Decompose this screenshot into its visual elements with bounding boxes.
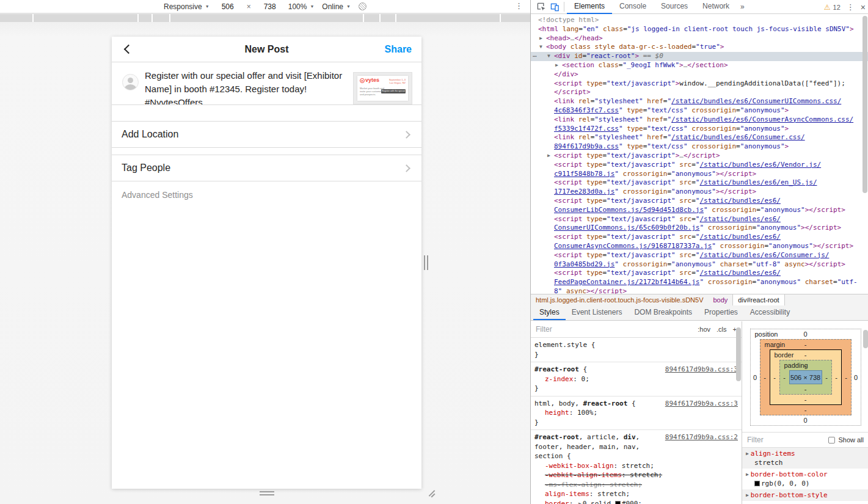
breadcrumb-item[interactable]: div#react-root xyxy=(732,294,784,305)
dom-tree-line[interactable]: 1717ee283d0a.js" crossorigin="anonymous"… xyxy=(531,188,868,197)
dom-tree-line[interactable]: <link rel="stylesheet" href="/static/bun… xyxy=(531,115,868,125)
app-header: New Post Share xyxy=(112,37,421,62)
throttling-dropdown[interactable]: Online ▼ xyxy=(322,2,351,11)
box-model-padding[interactable]: padding--506 × 738-- xyxy=(779,360,832,395)
styles-filter-input[interactable]: Filter xyxy=(536,325,698,334)
device-toolbar-more-icon[interactable]: ⋮ xyxy=(515,1,523,10)
media-query-separator xyxy=(379,14,381,22)
stylesheet-link[interactable]: 894f617d9b9a.css:3 xyxy=(665,399,738,409)
dom-tree-line[interactable]: <link rel="stylesheet" href="/static/bun… xyxy=(531,97,868,106)
tab-styles[interactable]: Styles xyxy=(533,305,566,320)
computed-property-row[interactable]: ▶align-itemsstretch xyxy=(742,448,868,469)
show-all-checkbox[interactable] xyxy=(828,437,835,444)
css-property[interactable]: -ms-flex-align: stretch; xyxy=(534,480,738,490)
elements-scrollbar[interactable] xyxy=(863,16,867,193)
media-query-bar[interactable] xyxy=(0,14,530,22)
dom-tree-line[interactable]: ConsumerAsyncCommons.js/91687187337a.js"… xyxy=(531,242,868,251)
computed-scrollbar[interactable] xyxy=(863,330,868,348)
list-item-add-location[interactable]: Add Location xyxy=(112,121,421,148)
dom-tree-line[interactable]: 0f3a0485bd29.js" crossorigin="anonymous"… xyxy=(531,260,868,269)
back-icon[interactable] xyxy=(124,45,134,54)
computed-property-row[interactable]: ▶border-bottom-colorrgb(0, 0, 0) xyxy=(742,469,868,489)
stylesheet-link[interactable]: 894f617d9b9a.css:2 xyxy=(665,433,738,442)
dom-tree-line[interactable]: <script type="text/javascript" src="/sta… xyxy=(531,251,868,260)
dom-tree-line[interactable]: <html lang="en" class="js logged-in clie… xyxy=(531,25,868,34)
css-rule[interactable]: element.style {} xyxy=(531,338,742,362)
dom-tree-line[interactable]: ConsumerLibCommons.js/5d94d451d8cb.js" c… xyxy=(531,206,868,215)
box-model-diagram[interactable]: position00margin--border--padding--506 ×… xyxy=(750,329,861,426)
dom-tree-line[interactable]: f5339c1f472f.css" type="text/css" crosso… xyxy=(531,125,868,134)
css-property[interactable]: border: ▶0 solid #000; xyxy=(534,499,738,504)
dom-tree-line-selected[interactable]: ▼<div id="react-root"> == $0… xyxy=(531,52,868,61)
devtools-more-icon[interactable]: ⋮ xyxy=(847,2,855,12)
dom-tree-line[interactable]: FeedPageContainer.js/2172bf414b64.js" cr… xyxy=(531,278,868,287)
dom-tree-line[interactable]: <!doctype html> xyxy=(531,16,868,25)
tab-network[interactable]: Network xyxy=(695,0,737,14)
dom-tree-line[interactable]: ConsumerUICommons.js/65c609b0f20b.js" cr… xyxy=(531,224,868,233)
dom-tree-line[interactable]: <script type="text/javascript" src="/sta… xyxy=(531,233,868,242)
advanced-settings-link[interactable]: Advanced Settings xyxy=(112,181,421,208)
box-model-position[interactable]: position00margin--border--padding--506 ×… xyxy=(750,329,861,426)
css-property[interactable]: -webkit-align-items: stretch; xyxy=(534,470,738,480)
dom-tree-line[interactable]: <script type="text/javascript" src="/sta… xyxy=(531,269,868,278)
box-model-content[interactable]: 506 × 738 xyxy=(789,370,822,384)
toggle-hover-state-button[interactable]: :hov xyxy=(698,326,710,333)
css-property[interactable]: align-items: stretch; xyxy=(534,489,738,499)
zoom-dropdown[interactable]: 100% ▼ xyxy=(288,2,315,11)
dom-tree-line[interactable]: <link rel="stylesheet" href="/static/bun… xyxy=(531,133,868,142)
devtools-close-icon[interactable]: × xyxy=(861,2,866,12)
color-swatch[interactable] xyxy=(615,501,621,504)
css-property[interactable]: height: 100%; xyxy=(534,408,738,418)
tab-accessibility[interactable]: Accessibility xyxy=(744,305,796,320)
share-button[interactable]: Share xyxy=(385,44,412,55)
css-rule[interactable]: 894f617d9b9a.css:3html, body, #react-roo… xyxy=(531,396,742,431)
toggle-classes-button[interactable]: .cls xyxy=(717,326,727,333)
dom-tree-line[interactable]: c911f5848b78.js" crossorigin="anonymous"… xyxy=(531,170,868,179)
dom-tree-line[interactable]: ▼<body class style data-gr-c-s-loaded="t… xyxy=(531,43,868,52)
computed-property-row[interactable]: ▶border-bottom-style xyxy=(742,489,868,501)
dom-tree-line[interactable]: <script type="text/javascript" src="/sta… xyxy=(531,178,868,188)
tabs-overflow-icon[interactable]: » xyxy=(737,2,748,11)
viewport-resize-handle-bottom[interactable] xyxy=(260,491,274,497)
styles-scrollbar[interactable] xyxy=(736,327,741,381)
css-property[interactable]: z-index: 0; xyxy=(534,374,738,384)
dom-tree-line[interactable]: 894f617d9b9a.css" type="text/css" crosso… xyxy=(531,142,868,152)
console-warnings-badge[interactable]: ⚠ 12 xyxy=(824,3,841,12)
tab-event-listeners[interactable]: Event Listeners xyxy=(566,305,629,320)
box-model-border[interactable]: border--padding--506 × 738---- xyxy=(770,349,842,405)
caption-input[interactable]: Register with our special offer and visi… xyxy=(145,69,359,105)
viewport-height-input[interactable]: 738 xyxy=(260,2,280,12)
tab-dom-breakpoints[interactable]: DOM Breakpoints xyxy=(628,305,698,320)
dom-tree-line[interactable]: ▶<head>…</head> xyxy=(531,34,868,43)
tab-properties[interactable]: Properties xyxy=(698,305,744,320)
dom-tree-line[interactable]: </div> xyxy=(531,70,868,79)
toggle-device-toolbar-icon[interactable] xyxy=(548,0,561,13)
viewport-width-input[interactable]: 506 xyxy=(217,2,238,12)
tab-elements[interactable]: Elements xyxy=(567,0,612,14)
list-item-tag-people[interactable]: Tag People xyxy=(112,155,421,181)
dom-tree-line[interactable]: <script type="text/javascript" src="/sta… xyxy=(531,215,868,224)
breadcrumb-item[interactable]: body xyxy=(709,294,733,305)
viewport-resize-handle-right[interactable] xyxy=(424,255,429,270)
computed-filter-input[interactable]: Filter xyxy=(747,436,828,444)
dom-tree-line[interactable]: 8" async></script> xyxy=(531,287,868,294)
breadcrumb-item[interactable]: html.js.logged-in.client-root.touch.js-f… xyxy=(531,294,709,305)
css-rule[interactable]: 894f617d9b9a.css:2#react-root, article, … xyxy=(531,430,742,504)
viewport-resize-handle-corner[interactable] xyxy=(426,489,436,499)
tab-sources[interactable]: Sources xyxy=(654,0,695,14)
stylesheet-link[interactable]: 894f617d9b9a.css:3 xyxy=(665,365,738,374)
css-property[interactable]: -webkit-box-align: stretch; xyxy=(534,461,738,471)
css-rule[interactable]: 894f617d9b9a.css:3#react-root {z-index: … xyxy=(531,362,742,396)
dom-tree-line[interactable]: </script> xyxy=(531,88,868,97)
dom-tree-line[interactable]: ▶<section class="_9eogI hfWwk">…</sectio… xyxy=(531,61,868,70)
inspect-element-icon[interactable] xyxy=(534,0,548,13)
dom-tree-line[interactable]: ▶<script type="text/javascript">…</scrip… xyxy=(531,152,868,161)
device-type-dropdown[interactable]: Responsive ▼ xyxy=(164,2,210,11)
dom-tree-line[interactable]: <script type="text/javascript" src="/sta… xyxy=(531,161,868,170)
dom-tree-line[interactable]: <script type="text/javascript" src="/sta… xyxy=(531,197,868,206)
box-model-margin[interactable]: margin--border--padding--506 × 738------ xyxy=(760,339,852,415)
dom-tree-line[interactable]: 4c68346f3fc7.css" type="text/css" crosso… xyxy=(531,106,868,115)
elements-dom-tree[interactable]: <!doctype html><html lang="en" class="js… xyxy=(531,15,868,294)
tab-console[interactable]: Console xyxy=(612,0,654,14)
dom-tree-line[interactable]: <script type="text/javascript">window.__… xyxy=(531,79,868,89)
